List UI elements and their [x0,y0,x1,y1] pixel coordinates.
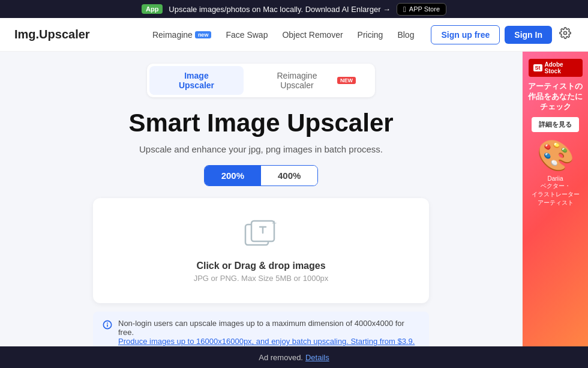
adobe-stock-logo: St Adobe Stock [529,59,583,77]
ad-figure: 🎨 [537,138,574,173]
new-badge: new [195,31,212,38]
reimagine-new-tag: NEW [337,77,356,84]
drop-zone[interactable]: + Click or Drag & drop images JPG or PNG… [93,198,429,303]
nav-pricing[interactable]: Pricing [353,26,388,43]
apple-icon:  [403,5,406,14]
ad-cta-button[interactable]: 詳細を見る [532,117,579,132]
ad-author: Dariiaベクター・イラストレーターアーティスト [532,175,580,207]
app-badge: App [142,4,163,14]
scale-200-button[interactable]: 200% [205,166,261,186]
main-area: Image Upscaler Reimagine Upscaler NEW Sm… [0,52,588,368]
svg-point-0 [564,32,567,35]
nav-reimagine[interactable]: Reimagine new [148,26,216,43]
details-link[interactable]: Details [305,353,329,362]
drop-subtitle: JPG or PNG. Max Size 5MB or 1000px [194,274,329,283]
drop-title: Click or Drag & drop images [196,261,325,271]
top-banner: App Upscale images/photos on Mac locally… [0,0,588,18]
nav-object-remover[interactable]: Object Remover [277,26,347,43]
signin-button[interactable]: Sign In [505,26,552,44]
logo[interactable]: Img.Upscaler [14,28,90,41]
banner-text: Upscale images/photos on Mac locally. Do… [169,5,391,14]
scale-buttons: 200% 400% [204,165,319,186]
svg-text:+: + [272,219,277,228]
app-store-button[interactable]:  APP Store [397,3,446,16]
ad-panel: St Adobe Stock アーティストの作品をあなたにチェック 詳細を見る … [522,52,588,368]
scale-400-button[interactable]: 400% [261,166,317,186]
nav-face-swap[interactable]: Face Swap [221,26,272,43]
ad-removed-text: Ad removed. [259,353,303,362]
hero-title: Smart Image Upscaler [128,109,393,137]
tab-reimagine-upscaler[interactable]: Reimagine Upscaler NEW [244,66,373,95]
bottom-bar: Ad removed. Details [0,346,588,368]
nav-blog[interactable]: Blog [392,26,419,43]
signup-button[interactable]: Sign up free [431,25,500,44]
settings-icon-button[interactable] [557,25,574,44]
tab-image-upscaler[interactable]: Image Upscaler [149,66,244,95]
navbar: Img.Upscaler Reimagine new Face Swap Obj… [0,18,588,52]
ad-text: アーティストの作品をあなたにチェック [528,82,583,112]
hero-subtitle: Upscale and enhance your jpg, png images… [139,144,383,154]
tabs-container: Image Upscaler Reimagine Upscaler NEW [147,64,375,97]
ad-content: St Adobe Stock アーティストの作品をあなたにチェック 詳細を見る … [523,52,588,368]
upload-icon: + [243,219,279,255]
content-area: Image Upscaler Reimagine Upscaler NEW Sm… [0,52,522,368]
info-icon [103,320,112,331]
app-store-label: APP Store [409,5,440,13]
nav-links: Reimagine new Face Swap Object Remover P… [148,26,419,43]
